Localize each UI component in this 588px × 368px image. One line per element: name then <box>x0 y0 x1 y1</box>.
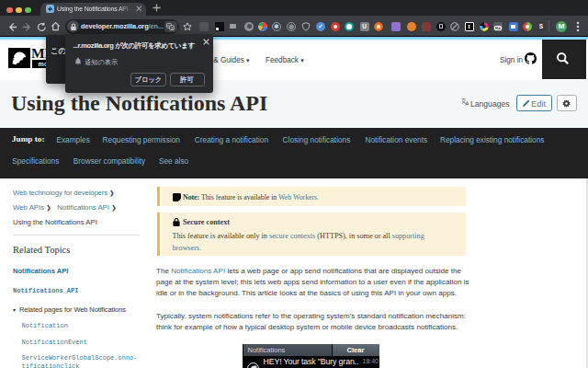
svg-text:あ: あ <box>171 25 175 29</box>
